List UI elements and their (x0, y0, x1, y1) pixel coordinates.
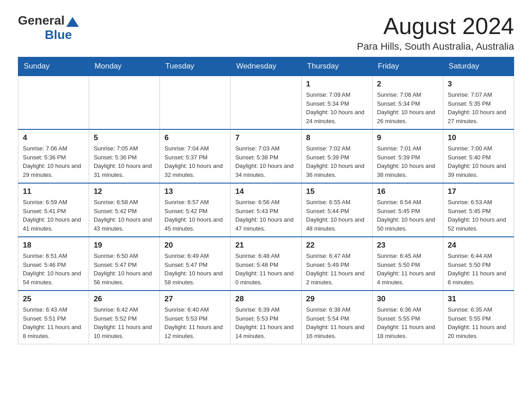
day-number: 16 (377, 187, 438, 196)
day-info: Sunrise: 7:08 AM Sunset: 5:34 PM Dayligh… (377, 90, 438, 125)
logo-blue-text: Blue (45, 28, 72, 42)
calendar-cell (18, 76, 89, 129)
day-number: 19 (94, 241, 155, 250)
calendar-cell: 5Sunrise: 7:05 AM Sunset: 5:36 PM Daylig… (89, 129, 160, 183)
calendar-cell: 29Sunrise: 6:38 AM Sunset: 5:54 PM Dayli… (301, 291, 372, 344)
day-info: Sunrise: 6:50 AM Sunset: 5:47 PM Dayligh… (94, 252, 155, 287)
calendar-cell: 14Sunrise: 6:56 AM Sunset: 5:43 PM Dayli… (231, 183, 301, 237)
calendar-header-sunday: Sunday (18, 57, 89, 76)
day-info: Sunrise: 7:00 AM Sunset: 5:40 PM Dayligh… (448, 144, 509, 179)
day-number: 25 (23, 295, 84, 304)
day-info: Sunrise: 6:54 AM Sunset: 5:45 PM Dayligh… (377, 198, 438, 233)
day-number: 31 (448, 295, 509, 304)
calendar-cell: 23Sunrise: 6:45 AM Sunset: 5:50 PM Dayli… (372, 237, 443, 291)
calendar-header-wednesday: Wednesday (231, 57, 301, 76)
day-info: Sunrise: 6:58 AM Sunset: 5:42 PM Dayligh… (94, 198, 155, 233)
logo-triangle-icon (66, 17, 79, 27)
calendar-header-friday: Friday (372, 57, 443, 76)
day-info: Sunrise: 6:38 AM Sunset: 5:54 PM Dayligh… (306, 305, 368, 340)
day-info: Sunrise: 7:07 AM Sunset: 5:35 PM Dayligh… (448, 90, 509, 125)
day-info: Sunrise: 7:09 AM Sunset: 5:34 PM Dayligh… (306, 90, 368, 125)
logo: General Blue (18, 13, 81, 42)
calendar-cell: 25Sunrise: 6:43 AM Sunset: 5:51 PM Dayli… (18, 291, 89, 344)
day-number: 24 (448, 241, 509, 250)
calendar-cell: 24Sunrise: 6:44 AM Sunset: 5:50 PM Dayli… (443, 237, 514, 291)
day-info: Sunrise: 6:43 AM Sunset: 5:51 PM Dayligh… (23, 305, 84, 340)
day-info: Sunrise: 6:40 AM Sunset: 5:53 PM Dayligh… (164, 305, 226, 340)
calendar-cell: 4Sunrise: 7:06 AM Sunset: 5:36 PM Daylig… (18, 129, 89, 183)
day-number: 18 (23, 241, 84, 250)
day-number: 29 (306, 295, 368, 304)
title-block: August 2024 Para Hills, South Australia,… (357, 13, 514, 52)
day-info: Sunrise: 7:02 AM Sunset: 5:39 PM Dayligh… (306, 144, 368, 179)
day-number: 7 (235, 133, 296, 142)
day-number: 15 (306, 187, 368, 196)
day-number: 2 (377, 80, 438, 89)
day-info: Sunrise: 7:01 AM Sunset: 5:39 PM Dayligh… (377, 144, 438, 179)
calendar-cell: 12Sunrise: 6:58 AM Sunset: 5:42 PM Dayli… (89, 183, 160, 237)
calendar-cell: 6Sunrise: 7:04 AM Sunset: 5:37 PM Daylig… (160, 129, 231, 183)
calendar-week-4: 18Sunrise: 6:51 AM Sunset: 5:46 PM Dayli… (18, 237, 514, 291)
day-number: 10 (448, 133, 509, 142)
day-number: 4 (23, 133, 84, 142)
day-number: 5 (94, 133, 155, 142)
day-number: 17 (448, 187, 509, 196)
month-title: August 2024 (357, 13, 514, 39)
day-info: Sunrise: 6:56 AM Sunset: 5:43 PM Dayligh… (235, 198, 296, 233)
day-info: Sunrise: 7:05 AM Sunset: 5:36 PM Dayligh… (94, 144, 155, 179)
day-info: Sunrise: 7:03 AM Sunset: 5:38 PM Dayligh… (235, 144, 296, 179)
calendar-week-3: 11Sunrise: 6:59 AM Sunset: 5:41 PM Dayli… (18, 183, 514, 237)
calendar-cell: 31Sunrise: 6:35 AM Sunset: 5:55 PM Dayli… (443, 291, 514, 344)
day-number: 22 (306, 241, 368, 250)
calendar-cell: 21Sunrise: 6:48 AM Sunset: 5:48 PM Dayli… (231, 237, 301, 291)
day-info: Sunrise: 6:59 AM Sunset: 5:41 PM Dayligh… (23, 198, 84, 233)
calendar-cell: 2Sunrise: 7:08 AM Sunset: 5:34 PM Daylig… (372, 76, 443, 129)
day-info: Sunrise: 6:51 AM Sunset: 5:46 PM Dayligh… (23, 252, 84, 287)
calendar-cell: 9Sunrise: 7:01 AM Sunset: 5:39 PM Daylig… (372, 129, 443, 183)
calendar-cell: 26Sunrise: 6:42 AM Sunset: 5:52 PM Dayli… (89, 291, 160, 344)
calendar-header-saturday: Saturday (443, 57, 514, 76)
day-info: Sunrise: 6:35 AM Sunset: 5:55 PM Dayligh… (448, 305, 509, 340)
calendar-table: SundayMondayTuesdayWednesdayThursdayFrid… (18, 57, 514, 344)
calendar-cell: 30Sunrise: 6:36 AM Sunset: 5:55 PM Dayli… (372, 291, 443, 344)
calendar-cell: 15Sunrise: 6:55 AM Sunset: 5:44 PM Dayli… (301, 183, 372, 237)
calendar-cell (89, 76, 160, 129)
day-info: Sunrise: 6:49 AM Sunset: 5:47 PM Dayligh… (164, 252, 226, 287)
day-number: 27 (164, 295, 226, 304)
day-info: Sunrise: 6:55 AM Sunset: 5:44 PM Dayligh… (306, 198, 368, 233)
day-info: Sunrise: 6:44 AM Sunset: 5:50 PM Dayligh… (448, 252, 509, 287)
calendar-cell: 8Sunrise: 7:02 AM Sunset: 5:39 PM Daylig… (301, 129, 372, 183)
calendar-cell: 16Sunrise: 6:54 AM Sunset: 5:45 PM Dayli… (372, 183, 443, 237)
day-number: 11 (23, 187, 84, 196)
calendar-cell (231, 76, 301, 129)
day-number: 23 (377, 241, 438, 250)
day-info: Sunrise: 6:36 AM Sunset: 5:55 PM Dayligh… (377, 305, 438, 340)
calendar-header-row: SundayMondayTuesdayWednesdayThursdayFrid… (18, 57, 514, 76)
day-number: 1 (306, 80, 368, 89)
day-number: 26 (94, 295, 155, 304)
calendar-header-thursday: Thursday (301, 57, 372, 76)
calendar-cell: 18Sunrise: 6:51 AM Sunset: 5:46 PM Dayli… (18, 237, 89, 291)
calendar-cell: 1Sunrise: 7:09 AM Sunset: 5:34 PM Daylig… (301, 76, 372, 129)
calendar-cell: 28Sunrise: 6:39 AM Sunset: 5:53 PM Dayli… (231, 291, 301, 344)
day-info: Sunrise: 6:48 AM Sunset: 5:48 PM Dayligh… (235, 252, 296, 287)
page-header: General Blue August 2024 Para Hills, Sou… (18, 13, 514, 52)
day-info: Sunrise: 6:47 AM Sunset: 5:49 PM Dayligh… (306, 252, 368, 287)
calendar-header-monday: Monday (89, 57, 160, 76)
calendar-cell: 13Sunrise: 6:57 AM Sunset: 5:42 PM Dayli… (160, 183, 231, 237)
day-number: 12 (94, 187, 155, 196)
day-info: Sunrise: 6:45 AM Sunset: 5:50 PM Dayligh… (377, 252, 438, 287)
day-number: 9 (377, 133, 438, 142)
calendar-cell: 10Sunrise: 7:00 AM Sunset: 5:40 PM Dayli… (443, 129, 514, 183)
calendar-cell (160, 76, 231, 129)
calendar-header-tuesday: Tuesday (160, 57, 231, 76)
day-number: 30 (377, 295, 438, 304)
calendar-header: SundayMondayTuesdayWednesdayThursdayFrid… (18, 57, 514, 76)
calendar-cell: 27Sunrise: 6:40 AM Sunset: 5:53 PM Dayli… (160, 291, 231, 344)
calendar-week-1: 1Sunrise: 7:09 AM Sunset: 5:34 PM Daylig… (18, 76, 514, 129)
day-info: Sunrise: 7:06 AM Sunset: 5:36 PM Dayligh… (23, 144, 84, 179)
day-number: 20 (164, 241, 226, 250)
day-info: Sunrise: 6:42 AM Sunset: 5:52 PM Dayligh… (94, 305, 155, 340)
day-info: Sunrise: 6:53 AM Sunset: 5:45 PM Dayligh… (448, 198, 509, 233)
day-number: 8 (306, 133, 368, 142)
